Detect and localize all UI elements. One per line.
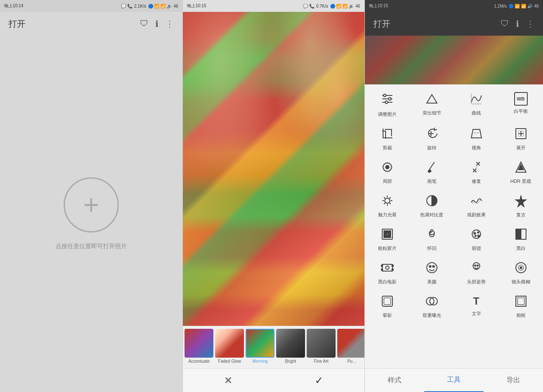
svg-marker-6 <box>427 95 437 103</box>
tool-hdr[interactable]: HDR 景观 <box>498 154 543 188</box>
tab-export[interactable]: 导出 <box>484 369 543 392</box>
tool-frame[interactable]: 相框 <box>498 288 543 322</box>
add-hint-text: 点按任意位置即可打开照片 <box>56 243 127 250</box>
svg-point-67 <box>433 266 434 267</box>
filter-label-bright: Bright <box>285 359 296 364</box>
tool-vignette-label: 晕影 <box>383 312 392 319</box>
tool-doubleexp-icon <box>425 294 439 310</box>
tool-whitebalance[interactable]: WB 白平衡 <box>498 86 543 121</box>
tool-lenblur[interactable]: 镜头模糊 <box>498 255 543 288</box>
svg-point-66 <box>429 266 431 267</box>
tool-row-6: 黑白电影 美颜 <box>365 255 543 288</box>
tab-export-label: 导出 <box>507 376 520 385</box>
tool-brush-icon <box>425 160 439 176</box>
svg-rect-49 <box>389 236 391 238</box>
svg-rect-62 <box>381 269 383 270</box>
tool-grainy-label: 粗粒胶片 <box>378 245 397 252</box>
tool-local[interactable]: 局部 <box>365 154 409 188</box>
tool-vignette-icon <box>381 294 394 310</box>
svg-rect-58 <box>516 229 521 239</box>
bottom-controls: ✕ ✓ <box>183 368 364 392</box>
tool-pose-icon <box>470 261 483 276</box>
tool-nostalgic[interactable]: 怀旧 <box>409 221 454 255</box>
svg-point-69 <box>474 265 476 266</box>
tab-style[interactable]: 样式 <box>365 369 424 392</box>
svg-rect-61 <box>381 265 383 266</box>
tool-adjust[interactable]: 调整图片 <box>365 86 409 121</box>
tool-doubleexp[interactable]: 双重曝光 <box>409 288 454 322</box>
image-canvas <box>183 12 364 326</box>
tool-expand-icon <box>514 127 528 142</box>
left-header: 打开 🛡 ℹ ⋮ <box>0 12 182 36</box>
tool-grainy-icon <box>381 227 394 243</box>
svg-rect-59 <box>382 264 392 271</box>
tool-vintage[interactable]: 复古 <box>498 188 543 221</box>
filter-item-fadedglow[interactable]: Faded Glow <box>214 329 245 364</box>
tool-text-label: 文字 <box>472 311 481 317</box>
tool-drama[interactable]: 戏剧效果 <box>454 188 498 221</box>
svg-point-70 <box>477 265 478 266</box>
right-icon-shield[interactable]: 🛡 <box>501 19 509 29</box>
tool-pose-label: 头部姿势 <box>467 279 486 285</box>
left-icon-more[interactable]: ⋮ <box>165 19 174 29</box>
tool-bw[interactable]: 黑白 <box>498 221 543 255</box>
left-title: 打开 <box>8 18 25 30</box>
left-content[interactable]: + 点按任意位置即可打开照片 <box>0 36 182 392</box>
tool-spotted[interactable]: 斑驳 <box>454 221 498 255</box>
tool-grainy[interactable]: 粗粒胶片 <box>365 221 409 255</box>
tool-glamour-label: 魅力光晕 <box>378 212 397 218</box>
filter-item-accentuate[interactable]: Accentuate <box>184 329 214 364</box>
tab-tools[interactable]: 工具 <box>424 369 484 392</box>
tool-highlight[interactable]: 突出细节 <box>409 86 454 121</box>
tool-spotted-label: 斑驳 <box>472 245 481 252</box>
tool-expand[interactable]: 展开 <box>498 121 543 154</box>
tool-glamour[interactable]: 魅力光晕 <box>365 188 409 221</box>
filter-item-pu[interactable]: Pu... <box>336 329 364 364</box>
right-icon-more[interactable]: ⋮ <box>526 19 535 29</box>
svg-rect-64 <box>392 269 393 270</box>
tool-heal[interactable]: 修复 <box>454 154 498 188</box>
filter-item-fineart[interactable]: Fine Art <box>306 329 336 364</box>
tool-crop[interactable]: 剪裁 <box>365 121 409 154</box>
tool-face[interactable]: 美颜 <box>409 255 454 288</box>
filter-item-bright[interactable]: Bright <box>275 329 306 364</box>
status-bar-left: 晚上10:14 💬 📞 2.1K/s 🔵 📶 📶 🔊 46 <box>0 0 182 12</box>
tool-text[interactable]: T 文字 <box>454 288 498 322</box>
filter-label-pu: Pu... <box>347 359 356 364</box>
tool-whitebalance-icon: WB <box>514 92 528 106</box>
filter-strip: Accentuate Faded Glow Morning Bright Fin… <box>183 326 364 368</box>
filter-item-morning[interactable]: Morning <box>245 329 275 364</box>
tool-contrast-icon <box>425 194 439 209</box>
tool-vignette[interactable]: 晕影 <box>365 288 409 322</box>
tool-bwfilm[interactable]: 黑白电影 <box>365 255 409 288</box>
tab-style-label: 样式 <box>388 376 401 385</box>
confirm-button[interactable]: ✓ <box>294 371 344 390</box>
tool-heal-label: 修复 <box>472 178 481 185</box>
tool-perspective[interactable]: 视角 <box>454 121 498 154</box>
svg-rect-41 <box>384 231 386 232</box>
tool-rotate-label: 旋转 <box>427 145 437 151</box>
tool-rotate-icon <box>425 127 439 142</box>
svg-point-54 <box>477 232 479 233</box>
tool-curves[interactable]: 曲线 <box>454 86 498 121</box>
add-circle[interactable]: + <box>64 177 119 232</box>
tool-bw-label: 黑白 <box>516 245 526 252</box>
tool-brush[interactable]: 画笔 <box>409 154 454 188</box>
tool-face-label: 美颜 <box>427 279 437 285</box>
tool-pose[interactable]: 头部姿势 <box>454 255 498 288</box>
tool-lenblur-icon <box>514 261 528 276</box>
right-bottom-tabs: 样式 工具 导出 <box>365 368 543 392</box>
tools-grid: 调整图片 突出细节 曲线 <box>365 84 543 368</box>
right-icon-info[interactable]: ℹ <box>516 19 519 29</box>
svg-point-17 <box>386 165 389 169</box>
tool-rotate[interactable]: 旋转 <box>409 121 454 154</box>
status-time-middle: 晚上10:15 <box>187 3 206 9</box>
tool-nostalgic-label: 怀旧 <box>427 245 437 252</box>
left-icon-info[interactable]: ℹ <box>155 19 159 29</box>
tool-local-icon <box>381 160 394 176</box>
tool-contrast[interactable]: 色调对比度 <box>409 188 454 221</box>
left-icon-shield[interactable]: 🛡 <box>140 19 148 29</box>
filter-label-fineart: Fine Art <box>314 359 328 364</box>
tool-drama-icon <box>470 194 483 209</box>
cancel-button[interactable]: ✕ <box>203 371 254 390</box>
